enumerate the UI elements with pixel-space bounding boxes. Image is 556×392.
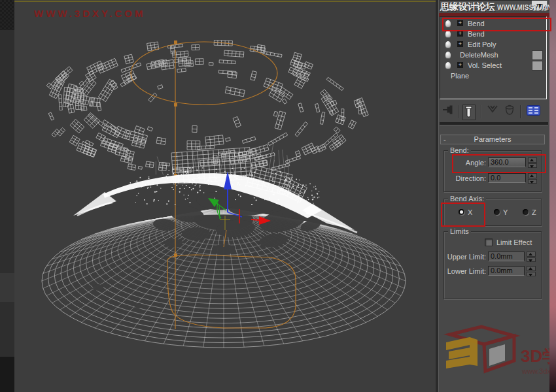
limit-effect-checkbox[interactable] [485,238,493,246]
stack-item-vol-select[interactable]: + Vol. Select [440,60,546,71]
axis-x-label: X [468,207,472,218]
lower-limit-spinner[interactable] [527,266,536,276]
gray-square [532,50,543,60]
remove-modifier-icon[interactable] [504,105,515,116]
expand-icon[interactable]: + [457,41,463,47]
direction-label: Direction: [444,173,486,184]
stack-toolbar [439,102,549,122]
active-viewport-border [14,1,436,2]
limits-group: Limits Limit Effect Upper Limit: 0.0mm L… [443,231,542,299]
make-unique-icon[interactable] [487,105,499,114]
angle-label: Angle: [444,157,486,168]
stack-item-plane[interactable]: Plane [440,71,546,81]
stack-item-bend-1[interactable]: + Bend [440,18,546,29]
parameters-rollout-header[interactable]: - Parameters [440,135,545,144]
rollout-title: Parameters [474,135,512,143]
angle-spinner[interactable] [528,157,537,168]
expand-icon[interactable]: + [457,31,463,37]
perspective-viewport[interactable]: WWW.3DXY.COM [14,0,436,392]
lightbulb-icon[interactable] [445,41,451,48]
configure-modifier-sets-icon[interactable] [527,105,541,116]
stack-item-edit-poly[interactable]: + Edit Poly [440,39,546,50]
direction-field[interactable]: 0.0 [488,173,526,183]
expand-icon[interactable]: + [457,62,463,68]
lightbulb-icon[interactable] [445,62,451,69]
lower-limit-field[interactable]: 0.0mm [488,266,525,276]
bend-axis-title: Bend Axis: [448,195,486,203]
limits-title: Limits [448,227,471,235]
expand-icon[interactable]: + [457,20,463,26]
chevron-down-icon [536,4,543,8]
bend-group-title: Bend: [448,146,471,154]
collapse-icon: - [443,135,446,144]
show-end-result-icon[interactable] [462,105,476,120]
modifier-list-label: Modifier List [443,1,481,9]
checker-pattern [0,0,14,30]
3dsmax-window: { "glyphs": { "plus": "+", "minus": "-" … [0,0,556,392]
bend-axis-group: Bend Axis: X Y Z [443,199,542,226]
lightbulb-icon[interactable] [445,52,451,58]
axis-x-radio[interactable] [459,209,464,215]
limit-effect-label: Limit Effect [496,237,532,248]
upper-limit-spinner[interactable] [527,252,536,262]
upper-limit-label: Upper Limit: [444,252,486,262]
angle-field[interactable]: 360.0 [488,157,526,167]
axis-y-label: Y [503,207,508,218]
gray-square [532,61,543,71]
dropdown-arrow-button[interactable] [531,1,547,10]
lower-limit-label: Lower Limit: [444,266,486,276]
bend-group: Bend: Angle: 360.0 Direction: 0.0 [443,150,542,192]
axis-y-radio[interactable] [494,209,500,215]
direction-spinner[interactable] [528,173,537,184]
stack-item-bend-2[interactable]: + Bend [440,29,546,39]
left-toolbar-strip [0,0,14,392]
modifier-stack: + Bend + Bend + Edit Poly DeleteMesh + [440,16,547,99]
watermark-3dxy: WWW.3DXY.COM [34,8,146,19]
background-photo-strip [549,0,556,392]
pin-stack-icon[interactable] [442,105,455,115]
panel-groove [440,122,548,125]
axis-z-radio[interactable] [523,209,529,215]
lightbulb-icon[interactable] [445,31,451,37]
viewport-canvas[interactable] [14,0,436,392]
modify-command-panel: Modifier List 思缘设计论坛 WWW.MISSYUAN.COM + … [439,0,549,392]
axis-z-label: Z [532,207,536,218]
modifier-list-dropdown[interactable]: Modifier List [440,0,547,11]
stack-item-deletemesh[interactable]: DeleteMesh [440,50,546,60]
lightbulb-icon[interactable] [445,20,451,27]
upper-limit-field[interactable]: 0.0mm [488,252,525,261]
